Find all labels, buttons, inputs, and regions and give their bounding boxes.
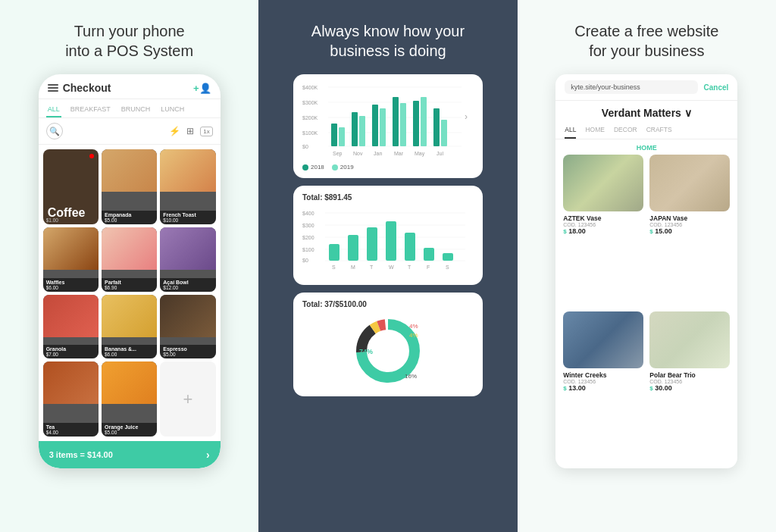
legend-dot-2019	[332, 164, 338, 171]
web-category-tabs: ALL HOME DECOR CRAFTS	[555, 122, 737, 139]
weekly-bar-chart-svg: $400 $300 $200 $100 $0	[302, 206, 474, 274]
charts-mockup: $400K $300K $200K $100K $0	[293, 74, 483, 483]
svg-text:$200: $200	[302, 235, 314, 240]
chart-legend: 2018 2019	[302, 164, 474, 171]
svg-text:$300K: $300K	[302, 100, 318, 105]
pos-header-left: Checkout	[48, 82, 111, 94]
product-price: $ 30.00	[649, 384, 730, 392]
item-price: $5.00	[163, 352, 212, 357]
list-item[interactable]: Parfait $6.90	[102, 227, 157, 292]
svg-text:F: F	[427, 264, 430, 270]
list-item[interactable]: Coffee $1.00	[43, 149, 99, 224]
svg-text:S: S	[332, 264, 336, 270]
bar-chart-svg: $400K $300K $200K $100K $0	[302, 82, 474, 158]
list-item[interactable]: Winter Creeks COD. 123456 $ 13.00	[563, 311, 643, 462]
list-item[interactable]: French Toast $10.00	[160, 149, 215, 224]
svg-text:Nov: Nov	[353, 151, 363, 156]
svg-text:$0: $0	[302, 144, 308, 149]
analytics-panel-title: Always know how your business is doing	[311, 21, 465, 61]
svg-text:4%: 4%	[409, 323, 418, 330]
item-name: Açaí Bowl	[163, 280, 212, 285]
web-tab-all[interactable]: ALL	[565, 122, 576, 139]
product-name: Polar Bear Trio	[649, 371, 730, 379]
item-price: $10.00	[163, 217, 212, 223]
add-user-button[interactable]: +👤	[193, 83, 211, 94]
grid-icon[interactable]: ⊞	[186, 126, 194, 136]
list-item[interactable]: Granola $7.00	[43, 295, 99, 359]
web-tab-decor[interactable]: DECOR	[614, 122, 637, 139]
list-item[interactable]: JAPAN Vase COD. 123456 $ 15.00	[649, 155, 730, 305]
item-name: Espresso	[163, 346, 212, 352]
cancel-button[interactable]: Cancel	[704, 83, 729, 92]
svg-text:16%: 16%	[405, 373, 417, 380]
list-item[interactable]: Tea $4.00	[43, 361, 99, 437]
main-container: Turn your phone into a POS System Checko…	[0, 0, 776, 532]
list-item[interactable]: Espresso $5.00	[160, 295, 215, 359]
search-button[interactable]: 🔍	[46, 123, 63, 139]
donut-chart-card: Total: 37/$5100.00 74% 16% 4%	[293, 293, 483, 396]
svg-text:$0: $0	[302, 258, 308, 263]
svg-rect-19	[400, 103, 406, 146]
svg-rect-41	[367, 227, 377, 261]
toolbar-icons: ⚡ ⊞ 1x	[169, 126, 212, 136]
product-grid-web: AZTEK Vase COD. 123456 $ 18.00 JAPAN Vas…	[555, 155, 737, 468]
currency-symbol: $	[649, 228, 652, 235]
url-input[interactable]: kyte.site/your-business	[565, 80, 697, 94]
panel-analytics: Always know how your business is doing $…	[258, 0, 517, 532]
item-name: Orange Juice	[105, 424, 154, 430]
product-price: $ 15.00	[649, 227, 730, 235]
currency-symbol: $	[563, 385, 566, 392]
panel-website: Create a free website for your business …	[518, 0, 776, 532]
svg-text:4%: 4%	[409, 332, 418, 339]
svg-text:T: T	[370, 264, 374, 270]
flash-icon[interactable]: ⚡	[169, 126, 180, 136]
weekly-chart-card: Total: $891.45 $400 $300 $200 $100 $0	[293, 186, 483, 285]
item-price: $5.00	[105, 217, 154, 223]
svg-rect-15	[433, 108, 440, 146]
list-item[interactable]: Empanada $5.00	[102, 149, 157, 224]
panel-pos: Turn your phone into a POS System Checko…	[0, 0, 258, 532]
checkout-label: 3 items = $14.00	[49, 450, 113, 459]
svg-text:Jan: Jan	[374, 151, 382, 156]
legend-2018: 2018	[302, 164, 324, 171]
tab-breakfast[interactable]: BREAKFAST	[69, 102, 112, 117]
svg-text:›: ›	[465, 111, 468, 122]
menu-icon[interactable]	[48, 84, 58, 92]
list-item[interactable]: Bananas &... $6.00	[102, 295, 157, 359]
add-item-button[interactable]: +	[160, 361, 215, 437]
svg-rect-17	[359, 116, 365, 146]
svg-rect-43	[405, 233, 415, 261]
donut-chart-title: Total: 37/$5100.00	[302, 300, 474, 308]
svg-text:May: May	[415, 151, 425, 157]
product-image	[649, 311, 730, 368]
checkout-bar[interactable]: 3 items = $14.00 ›	[39, 441, 221, 468]
svg-rect-10	[331, 124, 337, 146]
web-section-label: HOME	[555, 139, 737, 155]
product-name: JAPAN Vase	[649, 214, 730, 222]
web-tab-crafts[interactable]: CRAFTS	[646, 122, 672, 139]
list-item[interactable]: Waffles $6.00	[43, 227, 99, 292]
svg-text:$100K: $100K	[302, 130, 318, 136]
notification-dot	[89, 154, 94, 158]
list-item[interactable]: Polar Bear Trio COD. 123456 $ 30.00	[649, 311, 730, 462]
svg-rect-39	[329, 244, 340, 261]
category-tabs: ALL BREAKFAST BRUNCH LUNCH	[39, 99, 221, 118]
pos-phone-mockup: Checkout +👤 ALL BREAKFAST BRUNCH LUNCH 🔍…	[39, 74, 221, 468]
item-price: $6.00	[105, 352, 154, 357]
item-price: $4.00	[46, 430, 95, 435]
tab-lunch[interactable]: LUNCH	[159, 102, 186, 117]
item-price: $5.00	[105, 430, 154, 435]
item-name: Waffles	[46, 280, 95, 285]
tab-all[interactable]: ALL	[46, 102, 61, 117]
tab-brunch[interactable]: BRUNCH	[120, 102, 152, 117]
list-item[interactable]: Orange Juice $5.00	[102, 361, 157, 437]
list-item[interactable]: Açaí Bowl $12.00	[160, 227, 215, 292]
1x-button[interactable]: 1x	[200, 127, 212, 136]
url-bar: kyte.site/your-business Cancel	[555, 74, 737, 101]
list-item[interactable]: AZTEK Vase COD. 123456 $ 18.00	[563, 155, 643, 305]
product-image	[649, 155, 730, 211]
item-price: $7.00	[46, 352, 95, 357]
svg-rect-12	[372, 105, 378, 146]
web-tab-home[interactable]: HOME	[585, 122, 605, 139]
svg-text:$100: $100	[302, 247, 314, 252]
